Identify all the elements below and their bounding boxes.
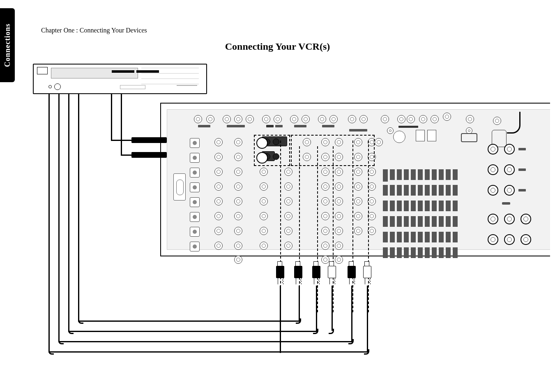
plug-audio-out-r bbox=[312, 261, 320, 284]
plug-audio-in-r bbox=[363, 261, 371, 284]
plug-audio-out-l bbox=[294, 261, 302, 284]
data-port bbox=[173, 173, 186, 201]
plug-sv-out bbox=[276, 261, 283, 284]
highlight-sv-box bbox=[254, 135, 290, 166]
vcr-unit-illustration bbox=[33, 64, 207, 94]
chapter-header: Chapter One : Connecting Your Devices bbox=[41, 27, 147, 34]
heatsink-block bbox=[383, 169, 458, 258]
plug-video-out bbox=[328, 261, 335, 284]
receiver-rear-panel-illustration bbox=[160, 103, 550, 256]
plug-audio-in-l bbox=[348, 261, 355, 284]
section-title: Connecting Your VCR(s) bbox=[0, 41, 555, 52]
